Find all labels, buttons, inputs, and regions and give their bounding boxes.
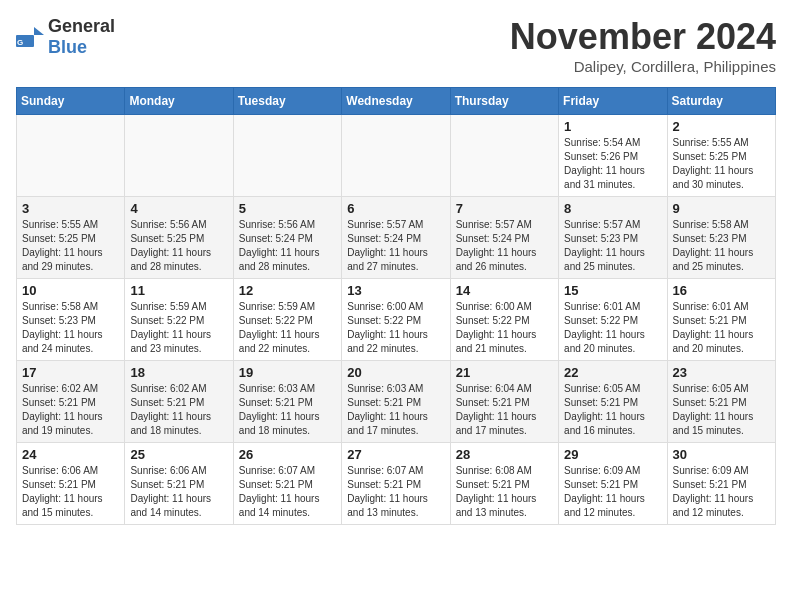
calendar-cell [342, 115, 450, 197]
day-number: 30 [673, 447, 770, 462]
weekday-header-monday: Monday [125, 88, 233, 115]
day-number: 14 [456, 283, 553, 298]
calendar-cell: 14Sunrise: 6:00 AM Sunset: 5:22 PM Dayli… [450, 279, 558, 361]
calendar-cell: 7Sunrise: 5:57 AM Sunset: 5:24 PM Daylig… [450, 197, 558, 279]
day-info: Sunrise: 6:07 AM Sunset: 5:21 PM Dayligh… [239, 464, 336, 520]
day-info: Sunrise: 6:06 AM Sunset: 5:21 PM Dayligh… [22, 464, 119, 520]
calendar-cell: 18Sunrise: 6:02 AM Sunset: 5:21 PM Dayli… [125, 361, 233, 443]
calendar-table: SundayMondayTuesdayWednesdayThursdayFrid… [16, 87, 776, 525]
day-number: 29 [564, 447, 661, 462]
calendar-cell: 8Sunrise: 5:57 AM Sunset: 5:23 PM Daylig… [559, 197, 667, 279]
weekday-header-wednesday: Wednesday [342, 88, 450, 115]
day-info: Sunrise: 5:57 AM Sunset: 5:23 PM Dayligh… [564, 218, 661, 274]
day-info: Sunrise: 5:57 AM Sunset: 5:24 PM Dayligh… [456, 218, 553, 274]
calendar-cell [17, 115, 125, 197]
day-number: 13 [347, 283, 444, 298]
weekday-header-sunday: Sunday [17, 88, 125, 115]
page-header: G General Blue November 2024 Dalipey, Co… [16, 16, 776, 75]
calendar-cell: 11Sunrise: 5:59 AM Sunset: 5:22 PM Dayli… [125, 279, 233, 361]
month-title: November 2024 [510, 16, 776, 58]
day-number: 3 [22, 201, 119, 216]
calendar-cell: 28Sunrise: 6:08 AM Sunset: 5:21 PM Dayli… [450, 443, 558, 525]
calendar-cell: 12Sunrise: 5:59 AM Sunset: 5:22 PM Dayli… [233, 279, 341, 361]
calendar-cell [125, 115, 233, 197]
calendar-cell: 3Sunrise: 5:55 AM Sunset: 5:25 PM Daylig… [17, 197, 125, 279]
day-info: Sunrise: 5:56 AM Sunset: 5:24 PM Dayligh… [239, 218, 336, 274]
weekday-header-row: SundayMondayTuesdayWednesdayThursdayFrid… [17, 88, 776, 115]
day-info: Sunrise: 6:08 AM Sunset: 5:21 PM Dayligh… [456, 464, 553, 520]
day-number: 7 [456, 201, 553, 216]
weekday-header-friday: Friday [559, 88, 667, 115]
day-info: Sunrise: 6:07 AM Sunset: 5:21 PM Dayligh… [347, 464, 444, 520]
calendar-cell: 26Sunrise: 6:07 AM Sunset: 5:21 PM Dayli… [233, 443, 341, 525]
day-number: 12 [239, 283, 336, 298]
day-info: Sunrise: 6:02 AM Sunset: 5:21 PM Dayligh… [22, 382, 119, 438]
day-info: Sunrise: 5:55 AM Sunset: 5:25 PM Dayligh… [22, 218, 119, 274]
day-info: Sunrise: 6:00 AM Sunset: 5:22 PM Dayligh… [456, 300, 553, 356]
day-info: Sunrise: 5:55 AM Sunset: 5:25 PM Dayligh… [673, 136, 770, 192]
calendar-cell: 4Sunrise: 5:56 AM Sunset: 5:25 PM Daylig… [125, 197, 233, 279]
day-number: 18 [130, 365, 227, 380]
day-info: Sunrise: 5:54 AM Sunset: 5:26 PM Dayligh… [564, 136, 661, 192]
day-number: 6 [347, 201, 444, 216]
calendar-cell: 23Sunrise: 6:05 AM Sunset: 5:21 PM Dayli… [667, 361, 775, 443]
day-number: 9 [673, 201, 770, 216]
day-info: Sunrise: 6:01 AM Sunset: 5:22 PM Dayligh… [564, 300, 661, 356]
logo: G General Blue [16, 16, 115, 58]
calendar-cell: 13Sunrise: 6:00 AM Sunset: 5:22 PM Dayli… [342, 279, 450, 361]
calendar-cell: 29Sunrise: 6:09 AM Sunset: 5:21 PM Dayli… [559, 443, 667, 525]
day-number: 5 [239, 201, 336, 216]
calendar-cell: 2Sunrise: 5:55 AM Sunset: 5:25 PM Daylig… [667, 115, 775, 197]
day-number: 24 [22, 447, 119, 462]
calendar-cell [233, 115, 341, 197]
calendar-cell: 17Sunrise: 6:02 AM Sunset: 5:21 PM Dayli… [17, 361, 125, 443]
calendar-cell [450, 115, 558, 197]
weekday-header-saturday: Saturday [667, 88, 775, 115]
calendar-cell: 16Sunrise: 6:01 AM Sunset: 5:21 PM Dayli… [667, 279, 775, 361]
day-number: 8 [564, 201, 661, 216]
day-info: Sunrise: 6:05 AM Sunset: 5:21 PM Dayligh… [673, 382, 770, 438]
day-number: 23 [673, 365, 770, 380]
day-number: 28 [456, 447, 553, 462]
location-title: Dalipey, Cordillera, Philippines [510, 58, 776, 75]
day-info: Sunrise: 6:05 AM Sunset: 5:21 PM Dayligh… [564, 382, 661, 438]
calendar-cell: 30Sunrise: 6:09 AM Sunset: 5:21 PM Dayli… [667, 443, 775, 525]
calendar-cell: 21Sunrise: 6:04 AM Sunset: 5:21 PM Dayli… [450, 361, 558, 443]
day-info: Sunrise: 6:02 AM Sunset: 5:21 PM Dayligh… [130, 382, 227, 438]
day-number: 21 [456, 365, 553, 380]
logo-blue-text: Blue [48, 37, 87, 57]
logo-icon: G [16, 27, 44, 47]
day-number: 26 [239, 447, 336, 462]
day-info: Sunrise: 5:58 AM Sunset: 5:23 PM Dayligh… [673, 218, 770, 274]
day-number: 2 [673, 119, 770, 134]
logo-general-text: General [48, 16, 115, 36]
day-info: Sunrise: 6:09 AM Sunset: 5:21 PM Dayligh… [564, 464, 661, 520]
day-number: 17 [22, 365, 119, 380]
calendar-cell: 6Sunrise: 5:57 AM Sunset: 5:24 PM Daylig… [342, 197, 450, 279]
calendar-cell: 20Sunrise: 6:03 AM Sunset: 5:21 PM Dayli… [342, 361, 450, 443]
svg-marker-2 [34, 27, 44, 35]
day-number: 22 [564, 365, 661, 380]
week-row-2: 3Sunrise: 5:55 AM Sunset: 5:25 PM Daylig… [17, 197, 776, 279]
calendar-cell: 19Sunrise: 6:03 AM Sunset: 5:21 PM Dayli… [233, 361, 341, 443]
day-info: Sunrise: 6:00 AM Sunset: 5:22 PM Dayligh… [347, 300, 444, 356]
day-info: Sunrise: 5:57 AM Sunset: 5:24 PM Dayligh… [347, 218, 444, 274]
day-info: Sunrise: 6:03 AM Sunset: 5:21 PM Dayligh… [239, 382, 336, 438]
calendar-cell: 27Sunrise: 6:07 AM Sunset: 5:21 PM Dayli… [342, 443, 450, 525]
day-info: Sunrise: 6:01 AM Sunset: 5:21 PM Dayligh… [673, 300, 770, 356]
calendar-cell: 5Sunrise: 5:56 AM Sunset: 5:24 PM Daylig… [233, 197, 341, 279]
day-info: Sunrise: 6:04 AM Sunset: 5:21 PM Dayligh… [456, 382, 553, 438]
day-number: 1 [564, 119, 661, 134]
day-number: 19 [239, 365, 336, 380]
weekday-header-tuesday: Tuesday [233, 88, 341, 115]
calendar-cell: 1Sunrise: 5:54 AM Sunset: 5:26 PM Daylig… [559, 115, 667, 197]
calendar-cell: 15Sunrise: 6:01 AM Sunset: 5:22 PM Dayli… [559, 279, 667, 361]
svg-text:G: G [17, 38, 23, 47]
day-number: 10 [22, 283, 119, 298]
calendar-cell: 9Sunrise: 5:58 AM Sunset: 5:23 PM Daylig… [667, 197, 775, 279]
calendar-cell: 10Sunrise: 5:58 AM Sunset: 5:23 PM Dayli… [17, 279, 125, 361]
day-number: 11 [130, 283, 227, 298]
day-info: Sunrise: 5:59 AM Sunset: 5:22 PM Dayligh… [130, 300, 227, 356]
day-number: 16 [673, 283, 770, 298]
day-info: Sunrise: 5:56 AM Sunset: 5:25 PM Dayligh… [130, 218, 227, 274]
